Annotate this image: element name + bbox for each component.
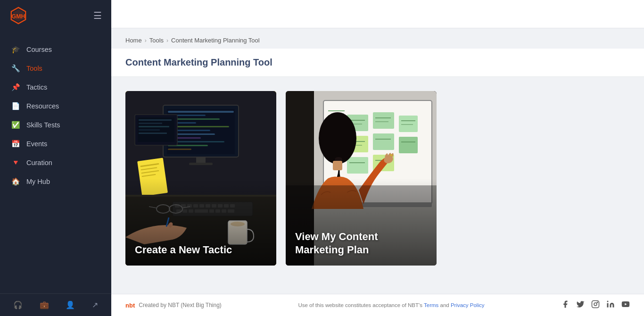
svg-rect-97 <box>592 301 599 308</box>
sidebar-item-curation[interactable]: 🔻 Curation <box>0 154 111 172</box>
curation-icon: 🔻 <box>11 158 20 167</box>
sidebar-item-label: Skills Tests <box>26 121 60 129</box>
view-plan-label: View My Content Marketing Plan <box>295 230 427 256</box>
footer-created-by: Created by NBT (Next Big Thing) <box>139 302 222 308</box>
courses-icon: 🎓 <box>11 45 20 54</box>
svg-rect-92 <box>333 161 342 170</box>
sidebar-item-resources[interactable]: 📄 Resources <box>0 97 111 115</box>
footer-legal: Use of this website constitutes acceptan… <box>225 302 557 308</box>
svg-point-94 <box>390 154 393 156</box>
svg-point-100 <box>607 301 609 302</box>
svg-rect-23 <box>139 126 169 127</box>
footer-social <box>561 300 630 310</box>
breadcrumb-sep-1: › <box>145 37 147 44</box>
svg-rect-67 <box>399 116 418 132</box>
footer-logo: nbt <box>125 302 135 309</box>
sidebar-header: GMH ☰ <box>0 0 111 31</box>
breadcrumb: Home › Tools › Content Marketing Plannin… <box>111 28 644 49</box>
skills-icon: ✅ <box>11 121 20 129</box>
svg-rect-6 <box>168 111 234 113</box>
page-title: Content Marketing Planning Tool <box>125 57 630 68</box>
logo[interactable]: GMH <box>9 7 27 25</box>
headphones-icon[interactable]: 🎧 <box>13 300 23 309</box>
sidebar-item-tactics[interactable]: 📌 Tactics <box>0 78 111 96</box>
share-icon[interactable]: ↗ <box>92 300 98 309</box>
svg-rect-22 <box>139 123 162 124</box>
linkedin-icon[interactable] <box>606 300 615 310</box>
svg-rect-21 <box>139 119 172 121</box>
sidebar-item-tools[interactable]: 🔧 Tools <box>0 59 111 77</box>
youtube-icon[interactable] <box>621 300 630 310</box>
svg-point-98 <box>594 303 597 306</box>
svg-rect-18 <box>189 163 213 165</box>
content-area: Home › Tools › Content Marketing Plannin… <box>111 28 644 294</box>
sidebar-item-skills-tests[interactable]: ✅ Skills Tests <box>0 116 111 134</box>
svg-rect-25 <box>139 133 167 134</box>
sidebar-item-label: Resources <box>26 102 59 110</box>
breadcrumb-home[interactable]: Home <box>125 37 142 44</box>
svg-rect-17 <box>196 157 206 163</box>
page-header: Content Marketing Planning Tool <box>111 49 644 77</box>
sidebar-item-label: Curation <box>26 159 52 166</box>
sidebar-item-label: Tactics <box>26 83 47 91</box>
sidebar-item-label: Tools <box>26 65 42 72</box>
instagram-icon[interactable] <box>591 300 600 310</box>
sidebar-item-my-hub[interactable]: 🏠 My Hub <box>0 173 111 191</box>
twitter-icon[interactable] <box>576 300 585 310</box>
breadcrumb-current: Content Marketing Planning Tool <box>171 37 260 44</box>
nav-menu: 🎓 Courses 🔧 Tools 📌 Tactics 📄 Resources … <box>0 31 111 293</box>
page-footer: nbt Created by NBT (Next Big Thing) Use … <box>111 294 644 316</box>
hamburger-button[interactable]: ☰ <box>93 11 102 20</box>
svg-rect-70 <box>399 137 418 153</box>
briefcase-icon[interactable]: 💼 <box>40 300 49 309</box>
tools-icon: 🔧 <box>11 64 20 73</box>
breadcrumb-sep-2: › <box>166 37 168 44</box>
tactics-icon: 📌 <box>11 83 20 91</box>
main-content: Home › Tools › Content Marketing Plannin… <box>111 0 644 316</box>
sidebar-item-label: My Hub <box>26 178 50 185</box>
svg-rect-16 <box>168 149 191 150</box>
svg-rect-71 <box>347 157 368 174</box>
sidebar-item-courses[interactable]: 🎓 Courses <box>0 41 111 58</box>
cards-section: Create a New Tactic <box>111 82 644 275</box>
svg-rect-24 <box>139 129 160 131</box>
create-tactic-card[interactable]: Create a New Tactic <box>125 91 276 266</box>
svg-point-90 <box>319 112 356 164</box>
sidebar-item-events[interactable]: 📅 Events <box>0 135 111 153</box>
user-icon[interactable]: 👤 <box>66 300 75 309</box>
breadcrumb-tools[interactable]: Tools <box>149 37 164 44</box>
resources-icon: 📄 <box>11 102 20 110</box>
sidebar-item-label: Courses <box>26 46 52 53</box>
sidebar-footer: 🎧 💼 👤 ↗ <box>0 293 111 316</box>
footer-privacy-link[interactable]: Privacy Policy <box>451 302 485 308</box>
svg-point-99 <box>597 302 598 303</box>
topbar <box>111 0 644 28</box>
svg-rect-69 <box>373 133 394 150</box>
sidebar: GMH ☰ 🎓 Courses 🔧 Tools 📌 Tactics 📄 Reso… <box>0 0 111 316</box>
sidebar-item-label: Events <box>26 140 47 148</box>
my-hub-icon: 🏠 <box>11 177 20 186</box>
create-tactic-label: Create a New Tactic <box>135 243 267 257</box>
svg-text:GMH: GMH <box>12 13 25 20</box>
logo-icon: GMH <box>9 7 27 25</box>
events-icon: 📅 <box>11 140 20 148</box>
footer-terms-link[interactable]: Terms <box>424 302 438 308</box>
svg-rect-66 <box>373 112 394 129</box>
view-plan-card[interactable]: View My Content Marketing Plan <box>286 91 437 266</box>
facebook-icon[interactable] <box>561 300 570 310</box>
